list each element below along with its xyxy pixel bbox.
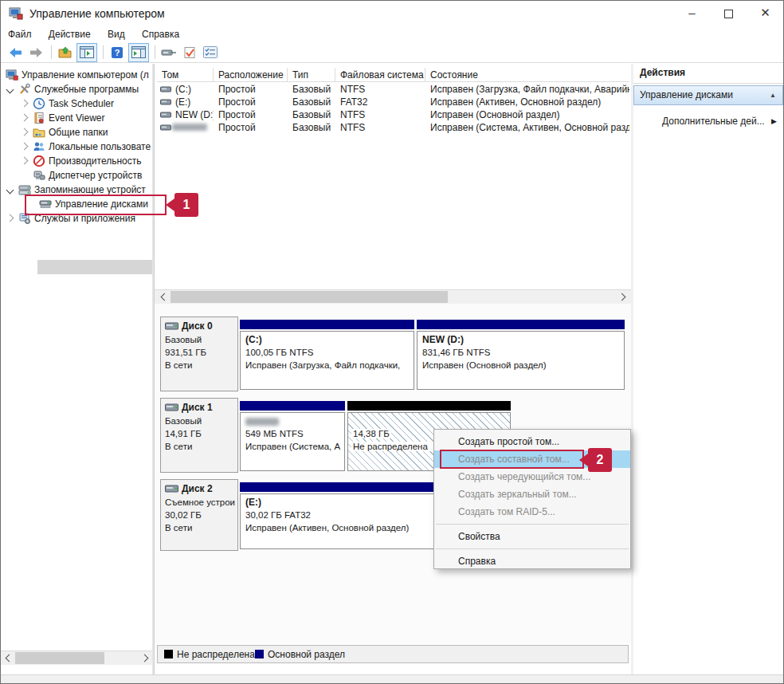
- chevron-right-icon[interactable]: [21, 100, 29, 108]
- cell-layout: Простой: [214, 121, 288, 134]
- disk-kind: Базовый: [165, 416, 237, 426]
- disk-size: 931,51 ГБ: [165, 348, 237, 357]
- scrollbar-thumb[interactable]: [171, 291, 448, 303]
- forward-button[interactable]: [26, 44, 45, 61]
- cell-status: Исправен (Основной раздел): [425, 108, 629, 121]
- menu-item-help[interactable]: Справка: [434, 552, 630, 570]
- actions-group-disk-management[interactable]: Управление дисками ▲: [633, 85, 783, 105]
- column-header-status[interactable]: Состояние: [425, 68, 629, 82]
- disk-kind: Базовый: [165, 335, 237, 344]
- cell-status: Исправен (Загрузка, Файл подкачки, Авари…: [425, 83, 629, 96]
- sidebar-item-device-manager[interactable]: Диспетчер устройств: [1, 168, 152, 183]
- partition-label: NEW (D:): [422, 334, 464, 345]
- disk-state: В сети: [165, 360, 237, 370]
- chevron-down-icon[interactable]: [6, 187, 14, 195]
- collapse-icon[interactable]: ▲: [770, 86, 776, 104]
- cell-filesystem: NTFS: [335, 83, 425, 96]
- column-header-volume[interactable]: Том: [157, 68, 214, 82]
- legend-bar: Не распределена Основной раздел: [157, 645, 629, 663]
- connect-computer-button[interactable]: [159, 44, 178, 61]
- partition-new-d[interactable]: NEW (D:) 831,46 ГБ NTFS Исправен (Основн…: [417, 331, 625, 390]
- back-button[interactable]: [6, 44, 25, 61]
- actions-pane: Действия Управление дисками ▲ Дополнител…: [633, 64, 784, 674]
- partition-size: 831,46 ГБ NTFS: [422, 348, 490, 357]
- chevron-right-icon[interactable]: [21, 128, 29, 136]
- partition-system-reserved[interactable]: 549 МБ NTFS Исправен (Система, А: [240, 412, 345, 471]
- menu-item-create-mirrored-volume[interactable]: Создать зеркальный том...: [434, 485, 630, 503]
- minimize-button[interactable]: –: [674, 1, 710, 26]
- menu-separator: [436, 524, 629, 525]
- computer-management-window: Управление компьютером – ✕ Файл Действие…: [0, 0, 784, 684]
- scrollbar-thumb[interactable]: [15, 652, 104, 664]
- maximize-button[interactable]: [711, 1, 747, 26]
- help-button[interactable]: ?: [108, 44, 127, 61]
- chevron-right-icon[interactable]: [21, 114, 29, 122]
- column-header-filesystem[interactable]: Файловая система: [335, 68, 425, 82]
- tree-horizontal-scrollbar[interactable]: [1, 651, 152, 665]
- check-disk-button[interactable]: [180, 44, 199, 61]
- actions-more-item[interactable]: Дополнительные дей... ▶: [633, 113, 783, 129]
- cell-status: Исправен (Система, Активен, Основной раз…: [425, 121, 629, 134]
- menu-item-create-raid5-volume[interactable]: Создать том RAID-5...: [434, 503, 630, 521]
- show-action-pane-button[interactable]: [128, 43, 149, 62]
- partition-color-bar: [240, 401, 345, 411]
- chevron-right-icon[interactable]: [21, 143, 29, 151]
- volume-list-horizontal-scrollbar[interactable]: [155, 289, 631, 304]
- tools-icon: [18, 83, 31, 96]
- sidebar-item-label: Диспетчер устройств: [49, 168, 151, 183]
- sidebar-item-task-scheduler[interactable]: Task Scheduler: [1, 96, 152, 111]
- partition-label: (E:): [245, 497, 261, 508]
- action-pane-icon: [131, 46, 146, 58]
- sidebar-item-local-users[interactable]: Локальные пользовате: [1, 140, 152, 154]
- legend-label: Не распределена: [177, 648, 255, 661]
- remote-drive-icon: [161, 47, 177, 57]
- cell-type: Базовый: [288, 108, 335, 121]
- sidebar-item-performance[interactable]: Производительность: [1, 154, 152, 168]
- scroll-right-button[interactable]: [616, 290, 629, 304]
- chevron-down-icon[interactable]: [6, 86, 14, 94]
- disk-icon: [165, 485, 178, 493]
- disk-size: 14,91 ГБ: [165, 429, 237, 438]
- sidebar-item-label: Event Viewer: [49, 111, 151, 125]
- computer-icon: [6, 69, 18, 81]
- export-list-button[interactable]: [56, 44, 75, 61]
- menu-separator: [436, 548, 629, 549]
- show-console-tree-button[interactable]: [76, 43, 97, 62]
- menu-view[interactable]: Вид: [100, 26, 132, 42]
- sidebar-item-system-tools[interactable]: Служебные программы: [1, 82, 152, 96]
- chevron-right-icon[interactable]: [6, 214, 14, 222]
- menu-help[interactable]: Справка: [135, 26, 186, 42]
- disk2-label-block[interactable]: Диск 2 Съемное устрои 30,02 ГБ В сети: [160, 479, 238, 551]
- close-button[interactable]: ✕: [747, 1, 783, 26]
- chevron-right-icon[interactable]: [21, 157, 29, 165]
- properties-button[interactable]: [201, 44, 220, 61]
- cell-filesystem: NTFS: [335, 121, 425, 134]
- actions-group-label: Управление дисками: [634, 89, 733, 100]
- disk0-label-block[interactable]: Диск 0 Базовый 931,51 ГБ В сети: [160, 316, 238, 391]
- sidebar-item-event-viewer[interactable]: Event Viewer: [1, 111, 152, 125]
- partition-c[interactable]: (C:) 100,05 ГБ NTFS Исправен (Загрузка, …: [240, 331, 414, 390]
- actions-more-label: Дополнительные дей...: [633, 116, 765, 127]
- menu-action[interactable]: Действие: [41, 26, 98, 42]
- partition-status: Исправен (Основной раздел): [422, 360, 622, 370]
- back-arrow-icon: [9, 47, 22, 58]
- menu-item-properties[interactable]: Свойства: [434, 528, 630, 545]
- partition-color-bar: [347, 401, 511, 411]
- users-icon: [33, 140, 45, 153]
- cell-status: Исправен (Активен, Основной раздел): [425, 96, 629, 108]
- legend-swatch-unallocated: [164, 650, 173, 658]
- divider: [633, 83, 784, 84]
- scroll-left-button[interactable]: [156, 290, 170, 304]
- sidebar-item-shared-folders[interactable]: Общие папки: [1, 125, 152, 140]
- column-header-type[interactable]: Тип: [288, 68, 335, 82]
- column-header-layout[interactable]: Расположение: [214, 68, 288, 82]
- scroll-left-button[interactable]: [1, 651, 14, 665]
- title-bar: Управление компьютером – ✕: [1, 1, 783, 26]
- step2-callout: 2: [579, 448, 612, 472]
- disk-name: Диск 2: [182, 483, 213, 494]
- disk1-label-block[interactable]: Диск 1 Базовый 14,91 ГБ В сети: [160, 398, 238, 473]
- legend-label: Основной раздел: [268, 648, 345, 661]
- menu-file[interactable]: Файл: [1, 26, 39, 42]
- sidebar-item-computer-management[interactable]: Управление компьютером (л: [1, 68, 152, 82]
- scroll-right-button[interactable]: [139, 651, 152, 665]
